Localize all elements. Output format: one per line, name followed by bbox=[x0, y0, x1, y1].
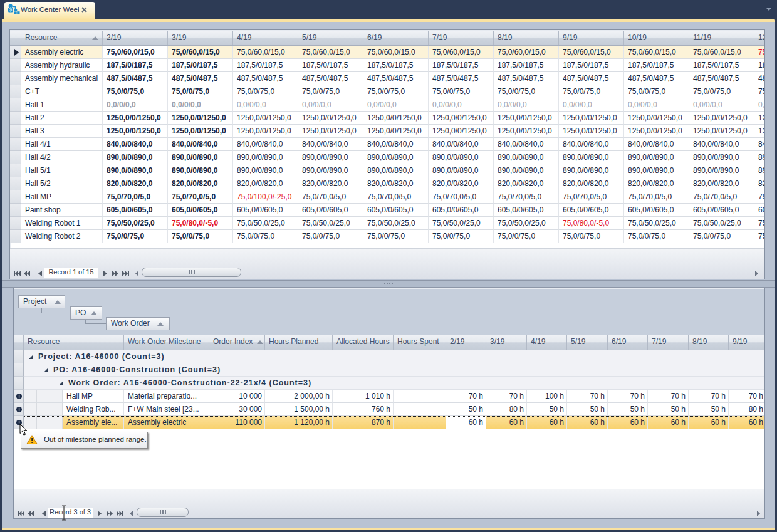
svg-text:$: $ bbox=[9, 6, 12, 13]
